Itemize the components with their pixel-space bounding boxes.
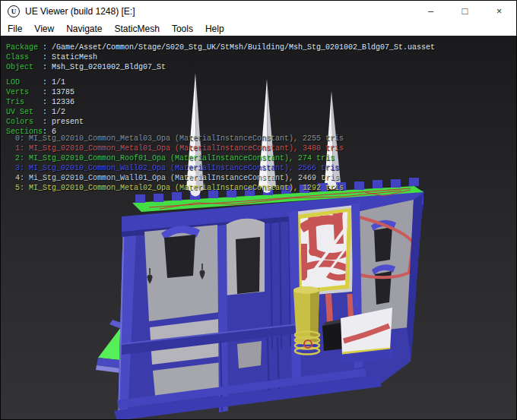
close-button[interactable]: × bbox=[482, 1, 516, 21]
window-dark bbox=[164, 235, 195, 278]
window-controls: – □ × bbox=[414, 1, 516, 21]
minimize-button[interactable]: – bbox=[414, 1, 448, 21]
spires bbox=[186, 73, 341, 192]
viewport-3d-scene[interactable] bbox=[1, 36, 516, 419]
menu-view[interactable]: View bbox=[28, 24, 60, 34]
menu-bar: File View Navigate StaticMesh Tools Help bbox=[1, 21, 516, 36]
small-window bbox=[237, 341, 262, 368]
umodel-logo-icon: U bbox=[8, 5, 20, 17]
menu-navigate[interactable]: Navigate bbox=[60, 24, 108, 34]
menu-help[interactable]: Help bbox=[199, 24, 230, 34]
arch-door-dark bbox=[236, 237, 260, 294]
building-mesh bbox=[114, 178, 423, 419]
pipe-opening bbox=[293, 205, 354, 296]
viewport-3d[interactable]: Package : /Game/Asset/Common/Stage/S020_… bbox=[1, 36, 516, 419]
menu-tools[interactable]: Tools bbox=[166, 24, 199, 34]
menu-staticmesh[interactable]: StaticMesh bbox=[109, 24, 166, 34]
menu-file[interactable]: File bbox=[2, 24, 28, 34]
spire-base-sphere bbox=[328, 182, 337, 190]
ue-viewer-window: U UE Viewer (build 1248) [E:] – □ × File… bbox=[0, 0, 517, 420]
window-title: UE Viewer (build 1248) [E:] bbox=[25, 6, 135, 17]
spire-base-sphere bbox=[191, 187, 201, 197]
maximize-button[interactable]: □ bbox=[448, 1, 482, 21]
spire-base-sphere bbox=[262, 184, 271, 193]
column bbox=[217, 225, 228, 412]
title-bar: U UE Viewer (build 1248) [E:] – □ × bbox=[1, 1, 516, 21]
